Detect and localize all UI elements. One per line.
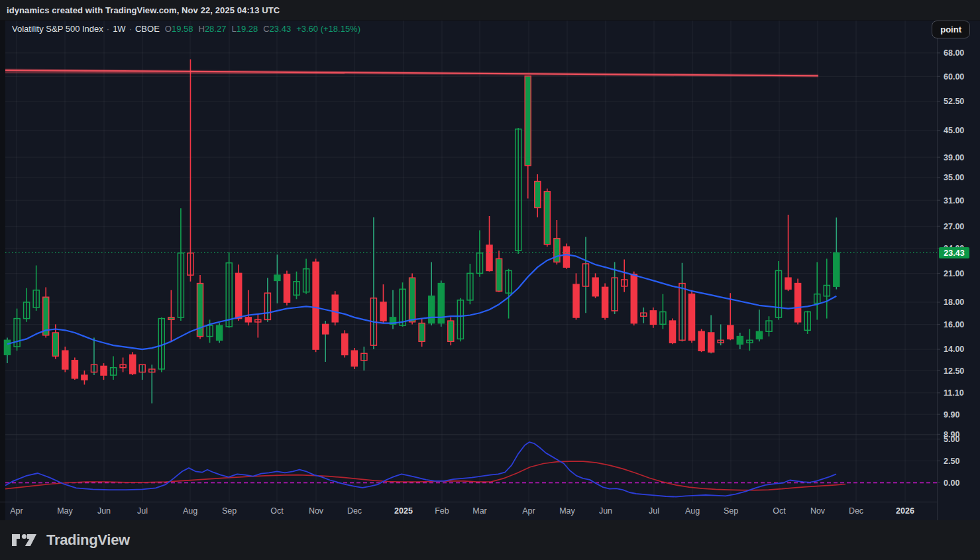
point-button[interactable]: point: [932, 21, 970, 38]
candlestick-chart[interactable]: 68.0060.0052.5045.0039.0035.0031.0027.00…: [0, 0, 980, 560]
candle-body: [525, 76, 531, 166]
exchange-label: CBOE: [135, 24, 160, 34]
candle-body: [728, 325, 734, 339]
month-label: May: [559, 506, 575, 516]
month-label: Jul: [137, 506, 148, 516]
candle-body: [544, 192, 550, 245]
month-label: Nov: [309, 506, 324, 516]
price-tick-label: 21.00: [944, 269, 964, 278]
candle-body: [563, 247, 569, 267]
candle-body: [535, 182, 541, 208]
candle-body: [756, 331, 762, 339]
candle-body: [168, 317, 174, 319]
month-label: Oct: [773, 506, 786, 516]
candle-body: [496, 258, 502, 291]
candle-body: [245, 317, 251, 322]
indicator-tick-label: 2.50: [944, 457, 959, 466]
price-tick-label: 52.50: [944, 97, 964, 106]
symbol-name: Volatility S&P 500 Index: [12, 24, 103, 34]
current-price-badge: 23.43: [939, 247, 969, 258]
month-label: Dec: [849, 506, 863, 516]
high-value: 28.27: [205, 24, 227, 34]
month-label: Apr: [10, 506, 23, 516]
price-tick-label: 18.00: [944, 298, 964, 307]
candle-body: [650, 311, 656, 325]
price-tick-label: 68.00: [944, 48, 964, 58]
price-tick-label: 11.10: [944, 388, 964, 398]
low-pair: L19.28: [231, 24, 258, 34]
year-label: 2026: [896, 506, 914, 516]
candle-body: [236, 273, 242, 318]
tradingview-logo-icon: [11, 531, 40, 549]
candle-body: [631, 274, 637, 323]
year-label: 2025: [394, 506, 413, 516]
candle-body: [554, 239, 560, 262]
candle-body: [380, 302, 386, 321]
month-label: Aug: [685, 506, 700, 516]
candle-body: [323, 324, 329, 334]
month-label: Jun: [97, 506, 111, 516]
price-tick-label: 60.00: [944, 72, 964, 82]
legend-separator: ·: [129, 24, 132, 34]
attribution-bar: idynamics created with TradingView.com, …: [0, 0, 980, 21]
timeframe-label: 1W: [113, 24, 126, 34]
candle-body: [82, 375, 87, 380]
candle-body: [419, 323, 425, 342]
candle-body: [72, 361, 78, 378]
close-pair: C23.43: [263, 24, 291, 34]
candle-body: [448, 321, 454, 341]
candle-body: [429, 296, 435, 323]
month-label: Oct: [270, 506, 284, 516]
candle-body: [52, 333, 58, 356]
change-value: +3.60 (+18.15%): [296, 24, 360, 34]
price-tick-label: 27.00: [944, 222, 964, 231]
month-label: Apr: [522, 506, 535, 516]
month-label: Mar: [472, 506, 487, 516]
price-tick-label: 16.00: [944, 320, 964, 329]
footer-bar: TradingView: [0, 520, 980, 560]
candle-body: [486, 245, 492, 271]
candle-body: [602, 287, 608, 317]
candle-body: [834, 252, 840, 286]
low-value: 19.28: [237, 24, 258, 34]
candle-body: [670, 321, 676, 343]
candle-body: [698, 331, 704, 351]
candle-body: [313, 262, 319, 349]
candle-body: [689, 294, 695, 341]
month-label: Feb: [435, 506, 449, 516]
candle-body: [62, 351, 68, 369]
candle-body: [409, 278, 415, 322]
price-tick-label: 39.00: [944, 153, 964, 162]
candle-body: [101, 366, 107, 376]
candle-body: [342, 334, 348, 355]
month-label: Dec: [347, 506, 362, 516]
price-tick-label: 14.00: [944, 345, 964, 354]
chart-legend: Volatility S&P 500 Index · 1W · CBOE O19…: [12, 24, 360, 34]
candle-body: [795, 284, 801, 322]
indicator-tick-label: 5.00: [944, 435, 959, 444]
price-tick-label: 35.00: [944, 173, 964, 182]
candle-body: [708, 333, 714, 352]
open-pair: O19.58: [165, 24, 193, 34]
chart-left-margin: [0, 20, 5, 520]
month-label: Jun: [599, 506, 612, 516]
tradingview-logo[interactable]: TradingView: [11, 531, 130, 549]
candle-body: [217, 325, 223, 340]
candle-body: [332, 295, 338, 322]
indicator-tick-label: 0.00: [944, 478, 959, 488]
price-tick-label: 45.00: [944, 126, 964, 135]
month-label: Jul: [649, 506, 659, 516]
month-label: Nov: [810, 506, 826, 516]
open-value: 19.58: [172, 24, 193, 34]
candle-body: [351, 351, 357, 366]
month-label: May: [57, 506, 73, 516]
candle-body: [284, 274, 290, 302]
month-label: Sep: [222, 506, 237, 516]
high-pair: H28.27: [199, 24, 227, 34]
month-label: Aug: [183, 506, 197, 516]
candle-body: [130, 355, 136, 373]
legend-separator: ·: [107, 24, 109, 34]
candle-body: [737, 337, 743, 345]
tradingview-snapshot: 68.0060.0052.5045.0039.0035.0031.0027.00…: [0, 0, 980, 560]
candle-body: [274, 275, 280, 280]
